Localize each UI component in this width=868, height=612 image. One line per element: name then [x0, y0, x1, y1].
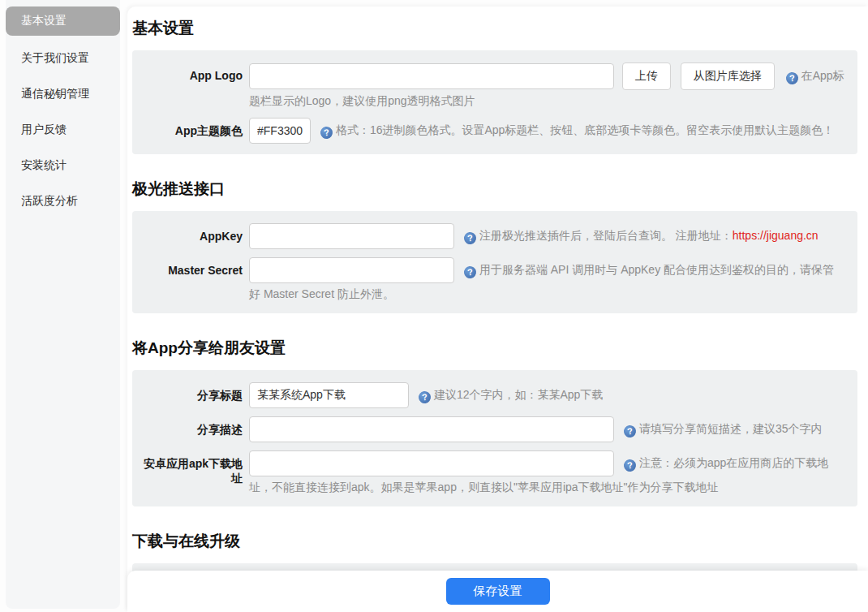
- app-theme-color-input[interactable]: [249, 118, 311, 144]
- share-desc-label: 分享描述: [132, 416, 249, 443]
- apk-url-label: 安卓应用apk下载地址: [132, 450, 249, 497]
- master-secret-label: Master Secret: [132, 256, 249, 304]
- apk-url-row: 安卓应用apk下载地址 ?注意：必须为app在应用商店的下载地址，不能直接连接到…: [132, 450, 845, 497]
- sidebar-item-basic-settings[interactable]: 基本设置: [6, 6, 120, 36]
- help-question-icon: ?: [418, 390, 432, 404]
- footer-bar: 保存设置: [127, 571, 868, 612]
- help-question-icon: ?: [623, 459, 637, 472]
- master-secret-content: ?用于服务器端 API 调用时与 AppKey 配合使用达到鉴权的目的，请保管好…: [249, 256, 845, 304]
- share-desc-row: 分享描述 ?请填写分享简短描述，建议35个字内: [132, 416, 845, 443]
- sidebar-item-install-statistics[interactable]: 安装统计: [6, 148, 120, 183]
- heading-download-upgrade: 下载与在线升级: [132, 531, 857, 552]
- share-title-help-text: 建议12个字内，如：某某App下载: [434, 388, 603, 401]
- help-question-icon: ?: [463, 265, 477, 279]
- share-desc-help-text: 请填写分享简短描述，建议35个字内: [639, 422, 823, 435]
- app-logo-row: App Logo 上传 从图片库选择 ?在App标题栏显示的Logo，建议使用p…: [132, 62, 845, 110]
- apk-url-content: ?注意：必须为app在应用商店的下载地址，不能直接连接到apk。如果是苹果app…: [249, 450, 845, 497]
- save-settings-button[interactable]: 保存设置: [446, 578, 550, 605]
- upload-button[interactable]: 上传: [622, 62, 671, 90]
- appkey-input[interactable]: [249, 223, 454, 249]
- help-question-icon: ?: [785, 71, 799, 85]
- appkey-content: ?注册极光推送插件后，登陆后台查询。 注册地址：https://jiguang.…: [249, 222, 845, 250]
- share-title-input[interactable]: [249, 382, 409, 408]
- app-theme-color-content: ?格式：16进制颜色格式。设置App标题栏、按钮、底部选项卡等颜色。留空表示使用…: [249, 117, 845, 144]
- app-logo-input[interactable]: [249, 63, 614, 89]
- master-secret-input[interactable]: [249, 257, 454, 283]
- main-content: 基本设置 App Logo 上传 从图片库选择 ?在App标题栏显示的Logo，…: [127, 6, 868, 612]
- share-settings-panel: 分享标题 ?建议12个字内，如：某某App下载 分享描述 ?请填写分享简短描述，…: [132, 370, 857, 506]
- share-desc-content: ?请填写分享简短描述，建议35个字内: [249, 416, 845, 443]
- basic-settings-panel: App Logo 上传 从图片库选择 ?在App标题栏显示的Logo，建议使用p…: [132, 50, 857, 154]
- app-logo-content: 上传 从图片库选择 ?在App标题栏显示的Logo，建议使用png透明格式图片: [249, 62, 845, 110]
- share-title-label: 分享标题: [132, 381, 249, 409]
- jiguang-register-link[interactable]: https://jiguang.cn: [733, 229, 819, 242]
- sidebar-item-about-us-settings[interactable]: 关于我们设置: [6, 41, 120, 76]
- app-theme-color-row: App主题颜色 ?格式：16进制颜色格式。设置App标题栏、按钮、底部选项卡等颜…: [132, 117, 845, 144]
- jpush-panel: AppKey ?注册极光推送插件后，登陆后台查询。 注册地址：https://j…: [132, 211, 857, 313]
- app-theme-color-help-text: 格式：16进制颜色格式。设置App标题栏、按钮、底部选项卡等颜色。留空表示使用默…: [336, 123, 834, 136]
- share-title-content: ?建议12个字内，如：某某App下载: [249, 381, 845, 409]
- sidebar-item-user-feedback[interactable]: 用户反馈: [6, 112, 120, 148]
- app-theme-color-label: App主题颜色: [132, 117, 249, 144]
- help-question-icon: ?: [463, 231, 477, 245]
- appkey-row: AppKey ?注册极光推送插件后，登陆后台查询。 注册地址：https://j…: [132, 222, 845, 250]
- heading-share-settings: 将App分享给朋友设置: [132, 338, 857, 359]
- help-question-icon: ?: [320, 126, 333, 140]
- help-question-icon: ?: [623, 425, 637, 438]
- heading-basic-settings: 基本设置: [132, 18, 857, 39]
- apk-url-input[interactable]: [249, 450, 614, 476]
- heading-jpush-api: 极光推送接口: [132, 179, 857, 200]
- gallery-select-button[interactable]: 从图片库选择: [681, 62, 775, 90]
- appkey-help-text: 注册极光推送插件后，登陆后台查询。 注册地址：: [479, 229, 733, 242]
- share-desc-input[interactable]: [249, 416, 614, 442]
- page: 基本设置 关于我们设置 通信秘钥管理 用户反馈 安装统计 活跃度分析 基本设置 …: [0, 0, 868, 612]
- share-title-row: 分享标题 ?建议12个字内，如：某某App下载: [132, 381, 845, 409]
- appkey-label: AppKey: [132, 222, 249, 250]
- sidebar-item-activity-analysis[interactable]: 活跃度分析: [6, 183, 120, 219]
- sidebar-item-secret-key-management[interactable]: 通信秘钥管理: [6, 76, 120, 112]
- app-logo-label: App Logo: [132, 62, 249, 110]
- sidebar: 基本设置 关于我们设置 通信秘钥管理 用户反馈 安装统计 活跃度分析: [6, 0, 120, 609]
- master-secret-row: Master Secret ?用于服务器端 API 调用时与 AppKey 配合…: [132, 256, 845, 304]
